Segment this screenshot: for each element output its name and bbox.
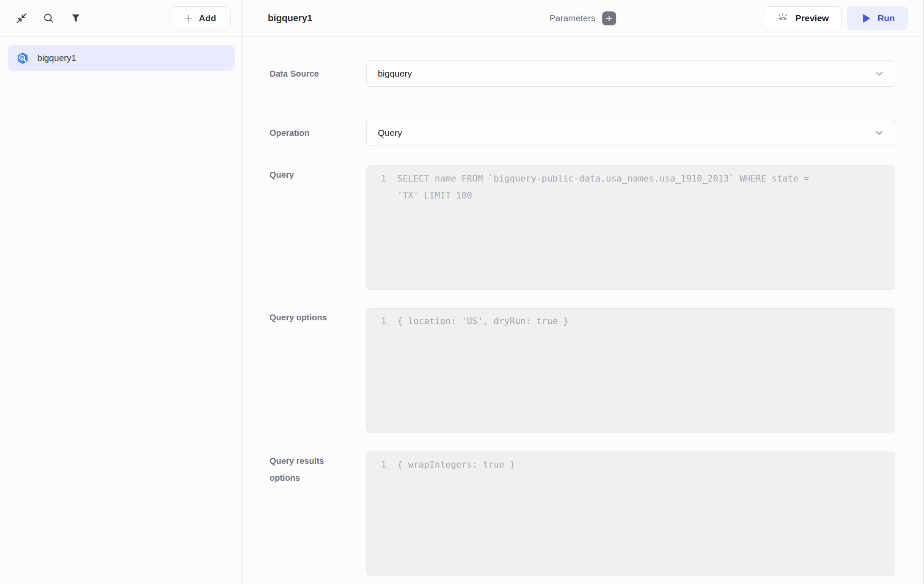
query-options-code-editor[interactable]: 1 { location: 'US', dryRun: true } — [366, 308, 895, 432]
search-icon — [43, 12, 55, 24]
code-line: 1 { wrapIntegers: true } — [374, 456, 886, 473]
data-source-label: Data Source — [270, 69, 366, 79]
query-list: bigquery1 — [0, 37, 242, 71]
code-line: 1 SELECT name FROM `bigquery-public-data… — [374, 170, 886, 204]
line-number: 1 — [374, 313, 386, 330]
add-button-label: Add — [199, 13, 216, 23]
preview-button[interactable]: Preview — [764, 6, 842, 30]
parameters-label: Parameters — [550, 13, 596, 23]
parameters-group: Parameters — [550, 11, 616, 25]
page-title: bigquery1 — [268, 13, 312, 24]
data-source-value: bigquery — [378, 69, 412, 79]
operation-select[interactable]: Query — [366, 120, 895, 146]
filter-funnel-icon — [70, 13, 81, 24]
app-root: Add bigquery1 bigquery1 Parameters — [0, 0, 924, 584]
bigquery-hexagon-magnifier-icon — [16, 52, 29, 65]
chevron-down-icon — [874, 68, 885, 79]
filter-button[interactable] — [67, 9, 85, 27]
operation-value: Query — [378, 128, 402, 138]
data-source-select[interactable]: bigquery — [366, 61, 895, 87]
collapse-sidebar-button[interactable] — [13, 9, 30, 27]
list-item-bigquery1[interactable]: bigquery1 — [8, 45, 235, 71]
code-line: 1 { location: 'US', dryRun: true } — [374, 313, 886, 330]
query-results-options-code-editor[interactable]: 1 { wrapIntegers: true } — [366, 452, 895, 576]
plus-icon — [605, 14, 613, 22]
query-options-row: Query options 1 { location: 'US', dryRun… — [270, 308, 895, 432]
query-options-label: Query options — [270, 308, 366, 326]
line-number: 1 — [374, 170, 386, 204]
query-placeholder-text: SELECT name FROM `bigquery-public-data.u… — [397, 170, 822, 204]
run-button-label: Run — [877, 13, 895, 23]
run-button[interactable]: Run — [847, 6, 908, 30]
data-source-row: Data Source bigquery — [270, 61, 895, 87]
add-button[interactable]: Add — [170, 6, 231, 30]
query-results-options-row: Query results options 1 { wrapIntegers: … — [270, 452, 895, 576]
chevron-down-icon — [874, 127, 885, 138]
preview-button-label: Preview — [795, 13, 829, 23]
query-results-options-label: Query results options — [270, 452, 366, 486]
query-form: Data Source bigquery Operation Query — [242, 37, 923, 584]
query-results-options-placeholder-text: { wrapIntegers: true } — [397, 456, 515, 473]
operation-label: Operation — [270, 128, 366, 138]
query-row: Query 1 SELECT name FROM `bigquery-publi… — [270, 165, 895, 290]
operation-row: Operation Query — [270, 120, 895, 146]
line-number: 1 — [374, 456, 386, 473]
eye-icon — [776, 12, 789, 25]
add-parameter-button[interactable] — [602, 11, 616, 25]
list-item-label: bigquery1 — [37, 53, 76, 63]
play-icon — [860, 13, 872, 24]
main-panel: bigquery1 Parameters — [242, 0, 923, 584]
search-button[interactable] — [40, 9, 58, 27]
main-header: bigquery1 Parameters — [242, 0, 923, 37]
sidebar: Add bigquery1 — [0, 0, 242, 584]
plus-icon — [184, 14, 193, 23]
collapse-diagonal-icon — [16, 12, 28, 24]
query-code-editor[interactable]: 1 SELECT name FROM `bigquery-public-data… — [366, 165, 895, 290]
sidebar-toolbar: Add — [0, 0, 242, 37]
query-options-placeholder-text: { location: 'US', dryRun: true } — [397, 313, 569, 330]
header-actions: Preview Run — [764, 6, 908, 30]
query-label: Query — [270, 165, 366, 183]
